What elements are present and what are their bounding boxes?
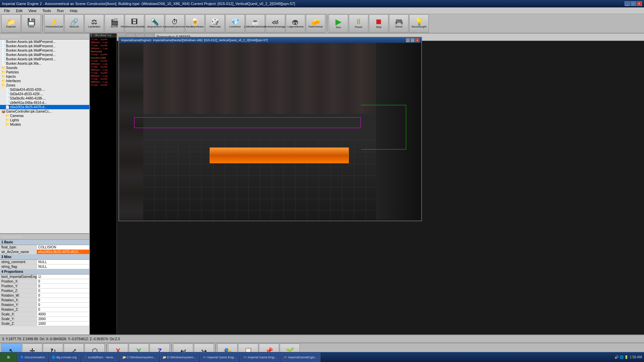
world-tree-content[interactable]: 📄 Bunker.Assets.ipk.WallPerpend... 📄 Bun… xyxy=(0,40,89,233)
3d-viewport[interactable] xyxy=(119,43,421,220)
taskbar-item-2[interactable]: 🎵 scottaltham - Neve... xyxy=(80,353,119,362)
lawmaker-label: LawMaker xyxy=(88,25,101,28)
taskbar-item-6[interactable]: 🎮 Imperial Game Engi... xyxy=(240,353,280,362)
prop-value-rot-y[interactable]: 0 xyxy=(37,303,89,307)
start-button[interactable]: ⊞ xyxy=(0,353,17,362)
prop-value-scale-x[interactable]: 4000 xyxy=(37,312,89,316)
prop-value-comment[interactable]: NULL xyxy=(37,260,89,264)
tool-exposer[interactable]: 📁 Exposer xyxy=(1,14,21,33)
prop-scale-y: Scale_Y: 2000 xyxy=(0,317,89,321)
tool-flite[interactable]: 🎲 FliteCube xyxy=(205,14,225,33)
prop-value-rot-x[interactable]: 0 xyxy=(37,298,89,302)
minimize-button[interactable]: _ xyxy=(625,1,630,6)
prop-value-pos-y[interactable]: 0 xyxy=(37,284,89,288)
console-content[interactable]: [Time: SunPe 3DModel::Loa [Time: SunPe 3… xyxy=(90,38,116,335)
inner-minimize[interactable]: _ xyxy=(406,38,410,42)
menu-tools[interactable]: Tools xyxy=(40,8,54,13)
tree-item-0[interactable]: 📄 Bunker.Assets.ipk.WallPerpend... xyxy=(0,40,89,44)
tool-lawmaker[interactable]: ⚖ LawMaker xyxy=(85,14,104,33)
run-icon: ▶ xyxy=(335,18,341,26)
tree-item-sounds[interactable]: 📁 Sounds xyxy=(0,66,89,70)
taskbar-icons: 🔊 🌐 🔋 xyxy=(614,355,629,359)
tool-livesilver[interactable]: 💎 LiveSilver xyxy=(225,14,245,33)
tree-item-label: Bunker.Assets.ipk.WallPerpend... xyxy=(6,57,55,61)
tool-bestbar[interactable]: 🍺 BestBarViewer xyxy=(185,14,205,33)
prop-name-scale-z: Scale_Z: xyxy=(0,321,37,326)
tool-fastcheese[interactable]: 🧀 FastCheese xyxy=(306,14,325,33)
prop-value-rot-w[interactable]: 0 xyxy=(37,293,89,298)
tree-item-z5-selected[interactable]: 📄 e6a10f2a-9b25-4470-d... xyxy=(0,105,89,109)
prop-value-rot-z[interactable]: 0 xyxy=(37,307,89,312)
close-button[interactable]: ✕ xyxy=(637,1,642,6)
tool-samurai[interactable]: ⏱ SamuraiGolenClock xyxy=(165,14,184,33)
tool-legend[interactable]: 🏟 LegendArena xyxy=(286,14,305,33)
tree-item-interfaces[interactable]: 📁 Interfaces xyxy=(0,79,89,83)
taskbar-item-7[interactable]: 🎮 ImperialGameEngin... xyxy=(280,353,320,362)
tree-item-gamecontroller[interactable]: 📦 GameController.ipk.GameCc... xyxy=(0,109,89,114)
save-label: Save xyxy=(28,25,34,28)
tool-skrilink[interactable]: 🔗 SkriLink xyxy=(64,14,84,33)
tool-secondlight[interactable]: 💡 SecondLight xyxy=(409,14,429,33)
properties-header: Proportions xyxy=(0,234,89,240)
orange-actor[interactable] xyxy=(210,147,348,164)
prop-value-pos-z[interactable]: 0 xyxy=(37,289,89,293)
tool-run[interactable]: ▶ Run xyxy=(329,14,348,33)
prop-value-scale-z[interactable]: 1000 xyxy=(37,321,89,326)
tree-item-z3[interactable]: 📄 53a0bc8c-4480-4188-... xyxy=(0,96,89,101)
tree-folder-icon: 📁 xyxy=(5,114,9,118)
menu-edit[interactable]: Edit xyxy=(13,8,25,13)
pause-label: Pause xyxy=(355,26,363,29)
tool-ampula[interactable]: 🔦 AmpulaTech xyxy=(145,14,164,33)
tree-item-particles[interactable]: 📁 Particles xyxy=(0,70,89,74)
inner-close[interactable]: ✕ xyxy=(415,38,419,42)
prop-value-flag[interactable]: NULL xyxy=(37,264,89,269)
tree-item-models[interactable]: 📁 Models xyxy=(0,122,89,127)
prop-value-pos-x[interactable]: 0 xyxy=(37,279,89,284)
maximize-button[interactable]: □ xyxy=(631,1,636,6)
taskbar-item-0[interactable]: 🔵 Documentation xyxy=(17,353,48,362)
tree-item-z1[interactable]: 📄 0d2da424-d533-425f-... xyxy=(0,87,89,92)
console-line: 3DModel::Loa xyxy=(91,69,116,72)
tree-item-1[interactable]: 📄 Bunker.Assets.ipk.WallPerpend... xyxy=(0,44,89,48)
tool-anime[interactable]: 🎬 AniTE xyxy=(105,14,124,33)
taskbar-item-5[interactable]: 🎮 Imperial Game Engi... xyxy=(200,353,239,362)
tool-film[interactable]: 🎞 FilmDirectorsNoteBook xyxy=(125,14,144,33)
taskbar-item-1[interactable]: 🌐 dig.ccmxter.org xyxy=(49,353,80,362)
prop-name-scale-x: Scale_X: xyxy=(0,312,37,316)
prop-comment: string_comment: NULL xyxy=(0,260,89,264)
tree-item-z4[interactable]: 📄 cb9ef41a-048a-4914-d... xyxy=(0,101,89,105)
flite-icon: 🎲 xyxy=(211,18,219,25)
tool-pause[interactable]: ⏸ Pause xyxy=(349,14,368,33)
menu-view[interactable]: View xyxy=(26,8,39,13)
taskbar-item-4[interactable]: 📂 E:\Windows\system... xyxy=(160,353,199,362)
menu-help[interactable]: Help xyxy=(67,8,80,13)
inner-maximize[interactable]: □ xyxy=(411,38,415,42)
prop-value-scale-y[interactable]: 2000 xyxy=(37,317,89,321)
tool-game[interactable]: 🎮 Game xyxy=(389,14,409,33)
tool-extreme[interactable]: 🏎 ExtreemeGarage xyxy=(266,14,285,33)
tree-item-cameras[interactable]: 📁 Cameras xyxy=(0,114,89,118)
tool-vivise[interactable]: ⚡ VivisectionCell xyxy=(44,14,64,33)
prop-value-zone[interactable]: e6a10f2a-9b25-4470-d616... xyxy=(37,250,89,254)
menu-run[interactable]: Run xyxy=(54,8,66,13)
selection-line-top xyxy=(134,117,361,118)
tree-item-3[interactable]: 📄 Bunker.Assets.ipk.WallPerpend... xyxy=(0,53,89,57)
tree-item-4[interactable]: 📄 Bunker.Assets.ipk.WallPerpend... xyxy=(0,57,89,61)
viewport-area: ▲ XY XZ YZ Perspective: 0.283333: Imperi… xyxy=(117,34,644,335)
tool-coffee[interactable]: ☕ CoffeeBreakStudio xyxy=(246,14,265,33)
tool-save[interactable]: 💾 Save xyxy=(21,14,41,33)
tree-item-zones[interactable]: 📁 Zones xyxy=(0,83,89,87)
tree-item-label: Bunker.Assets.ipk.WallPerpend... xyxy=(6,53,55,57)
prop-value-float-type[interactable]: COLLISION xyxy=(37,245,89,249)
prop-value-bool[interactable]: ☑ xyxy=(37,275,89,279)
menu-file[interactable]: File xyxy=(1,8,13,13)
close-world-tree[interactable]: ✕ xyxy=(85,34,88,39)
tool-stop[interactable]: ⏹ Stop xyxy=(369,14,388,33)
tree-item-lights[interactable]: 📁 Lights xyxy=(0,118,89,122)
tree-item-injects[interactable]: 📁 Injects xyxy=(0,74,89,79)
taskbar-item-3[interactable]: 📂 C:\Windows\system... xyxy=(119,353,159,362)
tree-item-5[interactable]: 📄 Bunker.Assets.ipk.Wa... xyxy=(0,61,89,66)
coffee-icon: ☕ xyxy=(251,18,260,25)
tree-item-z2[interactable]: 📄 0d3a424-d533-425f-... xyxy=(0,92,89,96)
tree-item-2[interactable]: 📄 Bunker.Assets.ipk.WallPerpend... xyxy=(0,48,89,53)
